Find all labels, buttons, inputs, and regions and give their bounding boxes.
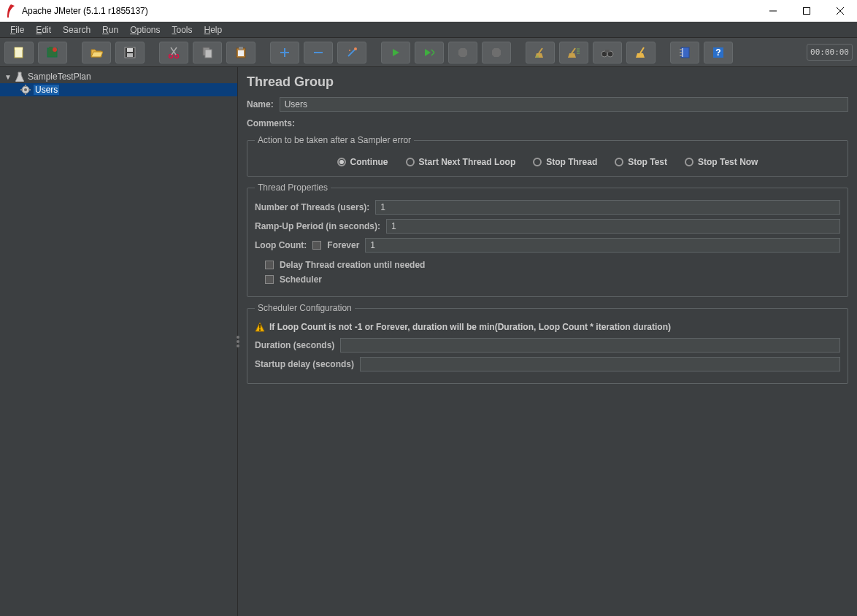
menu-file[interactable]: File [4,23,30,36]
svg-line-29 [431,50,434,53]
ramp-up-input[interactable] [386,219,840,234]
tree-child-row[interactable]: Users [0,83,237,96]
menu-edit[interactable]: Edit [30,23,57,36]
duration-input[interactable] [340,338,840,353]
svg-rect-19 [239,47,243,50]
svg-rect-1 [804,7,810,14]
toolbar-open-button[interactable] [82,42,111,63]
panel-title: Thread Group [247,74,848,90]
startup-delay-input[interactable] [360,357,840,371]
toolbar-templates-button[interactable] [38,42,67,63]
toolbar-reset-search-button[interactable] [626,42,656,63]
svg-marker-27 [393,49,399,56]
window-close-button[interactable] [823,0,857,22]
radio-icon [685,158,693,166]
num-threads-label: Number of Threads (users): [255,202,369,212]
toolbar-save-button[interactable] [115,42,145,63]
toolbar-toggle-button[interactable] [337,42,366,63]
menu-search[interactable]: Search [57,23,96,36]
toolbar-copy-button[interactable] [193,42,222,63]
svg-rect-48 [680,55,682,56]
sampler-error-fieldset: Action to be taken after a Sampler error… [247,135,848,177]
copy-icon [201,46,214,59]
scissors-icon [167,46,180,59]
svg-rect-17 [205,50,212,58]
toolbar-timer: 00:00:00 [807,44,853,61]
minus-icon [313,47,323,58]
svg-line-33 [539,48,542,53]
stop-icon [458,47,468,58]
splitter-handle[interactable] [234,331,242,353]
scheduler-checkbox[interactable] [265,275,274,284]
warning-icon: ! [255,322,265,332]
toolbar-clear-button[interactable] [526,42,555,63]
toolbar-help-button[interactable]: ? [704,42,733,63]
broom-all-icon [567,47,580,58]
comments-label: Comments: [247,118,295,128]
svg-marker-28 [425,49,431,56]
radio-icon [337,158,346,166]
toolbar-shutdown-button[interactable] [482,42,511,63]
svg-line-36 [572,48,575,53]
test-plan-tree[interactable]: ▼ SampleTestPlan Users [0,67,238,616]
loop-count-label: Loop Count: [255,240,307,250]
tree-collapse-icon[interactable]: ▼ [4,73,12,81]
svg-point-25 [354,47,357,50]
num-threads-input[interactable] [375,200,840,215]
menu-options[interactable]: Options [124,23,166,36]
toolbar-expand-button[interactable] [270,42,299,63]
radio-start-next[interactable]: Start Next Thread Loop [406,157,516,167]
help-icon: ? [712,47,724,58]
testplan-flask-icon [15,72,25,82]
menu-tools[interactable]: Tools [166,23,199,36]
file-new-icon [12,46,26,59]
radio-stop-thread[interactable]: Stop Thread [533,157,597,167]
toolbar-collapse-button[interactable] [304,42,333,63]
binoculars-icon [601,47,614,58]
play-no-pause-icon [423,47,435,58]
window-maximize-button[interactable] [790,0,823,22]
scheduler-label: Scheduler [280,274,322,285]
svg-rect-5 [15,47,23,50]
name-label: Name: [247,99,274,109]
tree-root-label: SampleTestPlan [28,72,91,82]
scheduler-config-legend: Scheduler Configuration [255,303,355,313]
toolbar-paste-button[interactable] [226,42,255,63]
radio-stop-test[interactable]: Stop Test [615,157,667,167]
toolbar-clear-all-button[interactable] [559,42,588,63]
menu-help[interactable]: Help [199,23,228,36]
svg-marker-31 [458,48,467,57]
radio-icon [615,158,623,166]
tree-root-row[interactable]: ▼ SampleTestPlan [0,70,237,83]
loop-count-input[interactable] [365,238,840,253]
name-input[interactable] [280,97,848,112]
toolbar-function-helper-button[interactable] [670,42,699,63]
toolbar-search-button[interactable] [593,42,622,63]
thread-properties-legend: Thread Properties [255,182,331,193]
toolbar-start-button[interactable] [381,42,410,63]
radio-stop-test-now[interactable]: Stop Test Now [685,157,758,167]
toolbar-cut-button[interactable] [159,42,188,63]
svg-rect-20 [238,50,244,56]
menu-run[interactable]: Run [96,23,124,36]
toolbar-stop-button[interactable] [448,42,477,63]
toolbar-new-button[interactable] [4,42,34,63]
plus-icon [280,47,290,58]
app-body: ▼ SampleTestPlan Users Thread Group Name… [0,67,857,616]
window-minimize-button[interactable] [756,0,790,22]
toolbar-start-no-pause-button[interactable] [415,42,444,63]
svg-line-14 [172,47,177,55]
duration-label: Duration (seconds) [255,340,334,350]
svg-rect-11 [127,53,133,57]
svg-marker-32 [492,48,501,57]
delay-thread-checkbox[interactable] [265,261,274,269]
radio-continue[interactable]: Continue [337,157,388,167]
svg-point-26 [349,50,350,51]
clipboard-icon [234,46,247,59]
thread-properties-fieldset: Thread Properties Number of Threads (use… [247,182,848,297]
delay-thread-label: Delay Thread creation until needed [280,260,425,270]
svg-line-15 [171,47,176,55]
tree-child-label: Users [34,85,59,95]
svg-rect-47 [680,52,682,53]
forever-checkbox[interactable] [312,241,321,250]
